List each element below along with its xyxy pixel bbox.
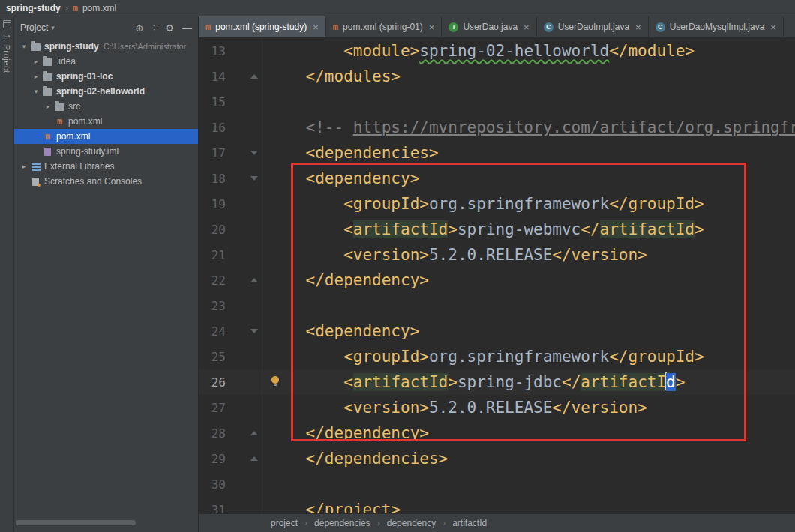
close-icon[interactable]: ×: [429, 22, 435, 33]
code-segment: [268, 348, 344, 366]
tree-item-spring-01-loc[interactable]: ▸spring-01-loc: [14, 69, 198, 84]
line-number: 24: [199, 324, 226, 339]
code-segment: [268, 373, 344, 391]
project-toolwindow-button[interactable]: 1: Project: [2, 34, 11, 73]
xml-breadcrumb-project[interactable]: project: [271, 518, 298, 528]
xml-breadcrumb-dependency[interactable]: dependency: [387, 518, 436, 528]
code-text[interactable]: </modules>: [262, 64, 795, 89]
fold-close-icon[interactable]: [250, 456, 258, 461]
chevron-down-icon[interactable]: ▾: [19, 43, 29, 50]
close-icon[interactable]: ×: [770, 22, 776, 33]
breadcrumb-file[interactable]: pom.xml: [82, 3, 116, 13]
code-segment: [268, 271, 306, 289]
line-number: 28: [199, 426, 226, 441]
code-segment: [268, 144, 306, 162]
code-text[interactable]: <groupId>org.springframework</groupId>: [262, 191, 795, 217]
code-text[interactable]: <version>5.2.0.RELEASE</version>: [262, 395, 795, 420]
code-segment: <dependency>: [306, 169, 420, 187]
code-text[interactable]: </dependencies>: [262, 446, 795, 471]
editor-tab-pom-xml-spring-01[interactable]: mpom.xml (spring-01)×: [326, 16, 442, 37]
fold-close-icon[interactable]: [250, 74, 258, 79]
breadcrumb-project[interactable]: spring-study: [6, 3, 61, 13]
code-text[interactable]: <artifactId>spring-webmvc</artifactId>: [262, 217, 795, 242]
code-line: 13 <module>spring-02-helloworld</module>: [199, 38, 795, 64]
code-text[interactable]: <!-- https://mvnrepository.com/artifact/…: [262, 115, 795, 140]
editor-tab-userdaoimpl-java[interactable]: CUserDaoImpl.java×: [537, 16, 649, 37]
code-lines: 13 <module>spring-02-helloworld</module>…: [199, 38, 795, 513]
tree-item-spring-02-helloworld[interactable]: ▾spring-02-helloworld: [14, 84, 198, 99]
horizontal-scrollbar-thumb[interactable]: [16, 520, 136, 525]
chevron-right-icon[interactable]: ▸: [31, 58, 41, 65]
intention-bulb-icon[interactable]: [272, 376, 279, 384]
tree-item-idea[interactable]: ▸.idea: [14, 54, 198, 69]
line-number: 20: [199, 223, 226, 237]
close-icon[interactable]: ×: [313, 22, 319, 33]
code-editor[interactable]: 13 <module>spring-02-helloworld</module>…: [199, 38, 795, 513]
code-text[interactable]: <version>5.2.0.RELEASE</version>: [262, 242, 795, 267]
chevron-right-icon[interactable]: ▸: [19, 163, 29, 170]
folder-icon: [31, 43, 40, 51]
code-text[interactable]: </dependency>: [262, 420, 795, 446]
line-number: 25: [199, 350, 226, 364]
chevron-right-icon[interactable]: ▸: [31, 73, 41, 80]
gutter-fold-column: [226, 293, 262, 318]
chevron-down-icon[interactable]: ▾: [31, 88, 41, 95]
tab-label: UserDaoImpl.java: [558, 22, 629, 32]
xml-breadcrumb-dependencies[interactable]: dependencies: [314, 518, 370, 528]
code-text[interactable]: </project>: [262, 497, 795, 513]
tree-item-pom-xml[interactable]: mpom.xml: [14, 114, 198, 129]
code-segment: [268, 195, 344, 213]
editor-tab-pom-xml-spring-study[interactable]: mpom.xml (spring-study)×: [199, 16, 326, 37]
code-text[interactable]: <module>spring-02-helloworld</module>: [262, 38, 795, 64]
code-line: 31 </project>: [199, 497, 795, 513]
project-view-dropdown[interactable]: Project: [20, 22, 48, 33]
fold-open-icon[interactable]: [250, 151, 258, 155]
close-icon[interactable]: ×: [635, 22, 641, 33]
code-segment: <dependency>: [306, 322, 420, 340]
maven-icon: m: [73, 4, 78, 13]
tree-item-src[interactable]: ▸src: [14, 99, 198, 114]
tree-item-spring-study[interactable]: ▾spring-studyC:\Users\Administrator: [14, 39, 198, 54]
editor-tab-userdao-java[interactable]: IUserDao.java×: [442, 16, 536, 37]
code-segment: </dependencies>: [306, 450, 448, 468]
gutter-fold-column: [226, 38, 262, 64]
code-text[interactable]: <groupId>org.springframework</groupId>: [262, 344, 795, 369]
tree-item-pom-xml[interactable]: mpom.xml: [14, 129, 198, 144]
gutter-fold-column: [226, 140, 262, 166]
tree-item-external-libraries[interactable]: ▸External Libraries: [14, 159, 198, 174]
code-text[interactable]: <artifactId>spring-jdbc</artifactId>: [262, 369, 795, 395]
code-line: 28 </dependency>: [199, 420, 795, 446]
tree-item-scratches-and-consoles[interactable]: Scratches and Consoles: [14, 174, 198, 189]
tree-item-icon-wrap: [29, 178, 42, 186]
code-line: 24 <dependency>: [199, 318, 795, 344]
fold-open-icon[interactable]: [250, 329, 258, 333]
fold-close-icon[interactable]: [250, 431, 258, 435]
chevron-down-icon[interactable]: ▾: [51, 24, 55, 31]
settings-icon[interactable]: ⚙: [165, 22, 174, 34]
fold-close-icon[interactable]: [250, 278, 258, 282]
tool-window-icon: [3, 20, 11, 28]
code-segment: [268, 118, 306, 136]
close-icon[interactable]: ×: [524, 22, 530, 33]
maven-icon: m: [206, 22, 211, 31]
tree-item-path: C:\Users\Administrator: [104, 42, 187, 51]
code-line: 14 </modules>: [199, 64, 795, 89]
code-text[interactable]: <dependencies>: [262, 140, 795, 166]
comment-link[interactable]: https://mvnrepository.com/artifact/org.s…: [353, 118, 795, 136]
line-number: 27: [199, 401, 226, 415]
tree-item-spring-study-iml[interactable]: spring-study.iml: [14, 144, 198, 159]
code-text[interactable]: <dependency>: [262, 318, 795, 344]
tab-label: pom.xml (spring-study): [215, 22, 307, 32]
fold-open-icon[interactable]: [250, 176, 258, 181]
code-text[interactable]: </dependency>: [262, 267, 795, 293]
hide-icon[interactable]: —: [182, 22, 192, 34]
collapse-all-icon[interactable]: ÷: [152, 22, 157, 34]
tab-label: UserDaoMysqlImpl.java: [670, 22, 765, 32]
code-segment: </project>: [306, 501, 400, 513]
xml-breadcrumb-artifactid[interactable]: artifactId: [452, 518, 487, 528]
locate-icon[interactable]: ⊕: [135, 22, 143, 34]
editor-tab-userdaomysqlimpl-java[interactable]: CUserDaoMysqlImpl.java×: [649, 16, 784, 37]
line-number: 26: [199, 375, 226, 390]
code-text[interactable]: <dependency>: [262, 166, 795, 191]
chevron-right-icon[interactable]: ▸: [43, 103, 53, 110]
